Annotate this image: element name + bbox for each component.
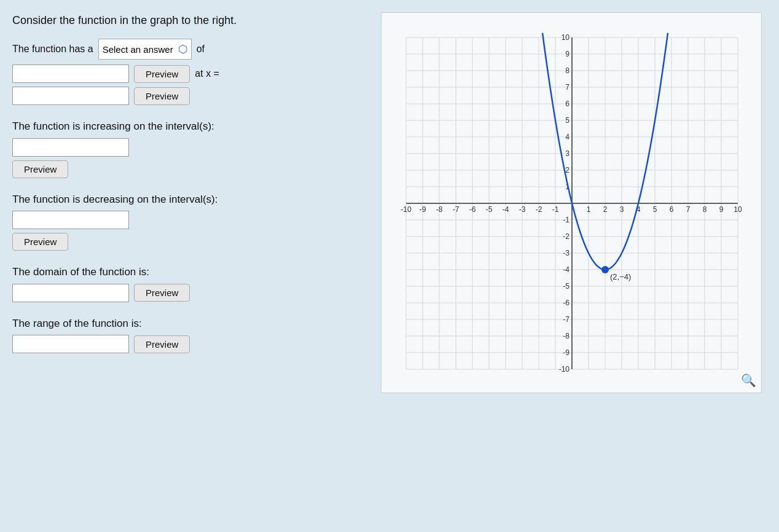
answer-select[interactable]: Select an answer minimum maximum	[98, 39, 192, 60]
domain-label: The domain of the function is:	[12, 264, 369, 280]
decreasing-input[interactable]	[12, 211, 129, 229]
graph-container: 🔍	[381, 12, 762, 393]
select-wrapper[interactable]: Select an answer minimum maximum	[98, 39, 192, 60]
zoom-icon[interactable]: 🔍	[741, 373, 756, 388]
preview-button-decreasing[interactable]: Preview	[12, 233, 68, 251]
range-input[interactable]	[12, 335, 129, 353]
preview-button-increasing[interactable]: Preview	[12, 160, 68, 178]
of-text: of	[197, 44, 205, 55]
value-input-1[interactable]	[12, 65, 129, 83]
preview-button-domain[interactable]: Preview	[134, 284, 190, 302]
at-x-text: at x =	[195, 68, 219, 79]
right-panel: 🔍	[381, 12, 767, 393]
increasing-label: The function is increasing on the interv…	[12, 119, 369, 135]
preview-button-2[interactable]: Preview	[134, 87, 190, 105]
preview-button-range[interactable]: Preview	[134, 335, 190, 353]
graph-canvas	[382, 13, 762, 393]
value-input-2[interactable]	[12, 87, 129, 105]
preview-button-1[interactable]: Preview	[134, 65, 190, 83]
increasing-input[interactable]	[12, 138, 129, 157]
function-has-a-text: The function has a	[12, 44, 93, 55]
domain-input[interactable]	[12, 284, 129, 302]
decreasing-label: The function is decreasing on the interv…	[12, 192, 369, 208]
left-panel: Consider the function in the graph to th…	[12, 12, 369, 367]
intro-text: Consider the function in the graph to th…	[12, 12, 369, 29]
range-label: The range of the function is:	[12, 316, 369, 332]
